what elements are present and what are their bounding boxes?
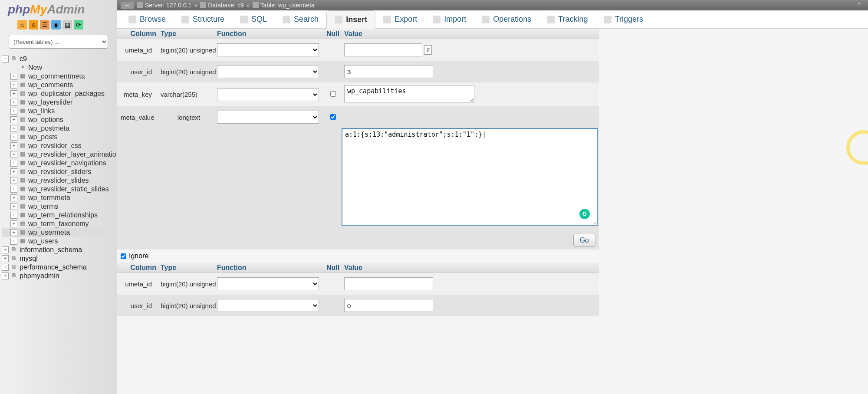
collapse-icon[interactable]: ⌃ [854,1,865,10]
expander-icon[interactable] [10,177,17,184]
tree-wp_postmeta[interactable]: ▦wp_postmeta [2,124,117,133]
tree-wp_comments[interactable]: ▦wp_comments [2,81,117,89]
tree-wp_links[interactable]: ▦wp_links [2,107,117,115]
db-icon: ▦ [19,229,26,236]
tree-phpmyadmin[interactable]: 🗎phpmyadmin [2,272,117,280]
home-icon[interactable]: ⌂ [17,20,27,30]
row2-umeta_id: umeta_idbigint(20) unsigned [117,273,599,295]
expander-icon[interactable] [10,229,17,236]
tab-triggers[interactable]: Triggers [596,10,651,28]
settings-icon[interactable]: ◉ [51,20,61,30]
expander-icon[interactable] [10,73,17,80]
tree-wp_termmeta[interactable]: ▦wp_termmeta [2,194,117,202]
logo[interactable]: phpMyAdmin [0,0,117,18]
tree-c9[interactable]: 🗎c9 [2,55,117,63]
expander-icon[interactable] [10,212,17,219]
expander-icon[interactable] [10,151,17,158]
bc-database[interactable]: Database: c9 [208,2,244,9]
expander-icon[interactable] [10,203,17,210]
tab-tracking[interactable]: Tracking [539,10,595,28]
tree-wp_revslider_sliders[interactable]: ▦wp_revslider_sliders [2,167,117,176]
tree-wp_revslider_static_slides[interactable]: ▦wp_revslider_static_slides [2,185,117,194]
logout-icon[interactable]: ⎋ [29,20,38,30]
insert-icon [335,16,342,23]
expander-icon[interactable] [2,255,9,262]
expander-icon[interactable] [10,90,17,97]
function-select-meta_key[interactable] [217,88,319,101]
tree-wp_duplicator_packages[interactable]: ▦wp_duplicator_packages [2,89,117,98]
recent-tables-select[interactable]: (Recent tables) ... [9,35,108,49]
tab-structure[interactable]: Structure [174,10,232,28]
expander-icon[interactable] [10,194,17,201]
tree-wp_revslider_layer_animatio[interactable]: ▦wp_revslider_layer_animatio [2,150,117,159]
tree-mysql[interactable]: 🗎mysql [2,254,117,263]
docs-icon[interactable]: ☰ [40,20,49,30]
db-icon: ✦ [19,64,26,72]
expander-icon[interactable] [10,220,17,227]
tab-insert[interactable]: Insert [326,10,375,29]
ignore-label[interactable]: Ignore [129,252,148,260]
go-button[interactable]: Go [573,234,595,247]
tree-wp_terms[interactable]: ▦wp_terms [2,202,117,211]
expander-icon[interactable] [2,56,9,62]
tree-information_schema[interactable]: 🗎information_schema [2,246,117,254]
tree-wp_commentmeta[interactable]: ▦wp_commentmeta [2,72,117,81]
bc-table[interactable]: Table: wp_usermeta [260,2,315,9]
tab-browse[interactable]: Browse [121,10,174,28]
tree-wp_layerslider[interactable]: ▦wp_layerslider [2,98,117,107]
expander-icon[interactable] [2,273,9,279]
tree-wp_term_relationships[interactable]: ▦wp_term_relationships [2,211,117,220]
tree-wp_revslider_css[interactable]: ▦wp_revslider_css [2,141,117,150]
tab-sql[interactable]: SQL [232,10,275,28]
nav-icon[interactable]: ▦ [62,20,72,30]
tab-search[interactable]: Search [275,10,326,28]
expander-icon[interactable] [10,160,17,167]
breadcrumb: ← Server: 127.0.0.1 » Database: c9 » Tab… [117,0,868,10]
function-select-umeta_id[interactable] [217,43,319,56]
value-input-user_id[interactable] [344,65,433,78]
expander-icon[interactable] [10,134,17,141]
expander-icon[interactable] [2,246,9,253]
back-button[interactable]: ← [121,2,134,9]
expander-icon[interactable] [10,82,17,89]
expander-icon[interactable] [10,116,17,123]
expander-icon[interactable] [10,99,17,106]
expander-icon[interactable] [10,186,17,193]
bc-server[interactable]: Server: 127.0.0.1 [145,2,191,9]
tree-wp_options[interactable]: ▦wp_options [2,115,117,124]
function-select2-user_id[interactable] [217,299,319,312]
expander-icon[interactable] [10,238,17,245]
tab-import[interactable]: Import [425,10,474,28]
expander-icon[interactable] [10,168,17,175]
tree-wp_term_taxonomy[interactable]: ▦wp_term_taxonomy [2,220,117,228]
function-select-user_id[interactable] [217,65,319,78]
tree-performance_schema[interactable]: 🗎performance_schema [2,263,117,272]
tree-new[interactable]: ✦New [2,63,117,72]
db-icon: ▦ [19,194,26,202]
value-input-umeta_id[interactable] [344,43,422,56]
db-icon: 🗎 [10,255,18,263]
expander-icon[interactable] [10,125,17,132]
tree-wp_usermeta[interactable]: ▦wp_usermeta [2,228,117,237]
value-textarea-meta_key[interactable]: wp_capabilities [344,85,474,102]
value-input2-user_id[interactable] [344,299,433,312]
value-input2-umeta_id[interactable] [344,277,433,290]
ignore-checkbox[interactable] [121,253,126,259]
row-user_id: user_idbigint(20) unsigned [117,61,599,82]
reload-icon[interactable]: ⟳ [74,20,83,30]
null-check-meta_key[interactable] [330,91,336,97]
expander-icon[interactable] [10,108,17,115]
dropdown-icon[interactable]: ⇵ [424,45,432,55]
tree-wp_users[interactable]: ▦wp_users [2,237,117,246]
tree-wp_posts[interactable]: ▦wp_posts [2,133,117,141]
expander-icon[interactable] [2,264,9,271]
value-textarea-meta_value[interactable]: a:1:{s:13:"administrator";s:1:"1";}| [342,128,598,226]
function-select-meta_value[interactable] [217,111,319,124]
tree-wp_revslider_navigations[interactable]: ▦wp_revslider_navigations [2,159,117,167]
expander-icon[interactable] [10,142,17,149]
tab-operations[interactable]: Operations [474,10,539,28]
null-check-meta_value[interactable] [330,114,336,120]
function-select2-umeta_id[interactable] [217,277,319,290]
tab-export[interactable]: Export [375,10,425,28]
tree-wp_revslider_slides[interactable]: ▦wp_revslider_slides [2,176,117,185]
